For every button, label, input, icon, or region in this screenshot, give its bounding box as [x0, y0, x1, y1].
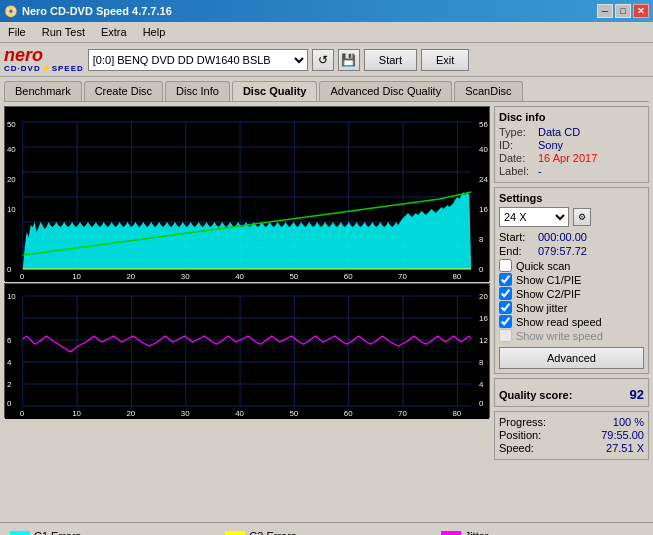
quality-score-row: Quality score: 92	[499, 387, 644, 402]
svg-text:40: 40	[235, 409, 244, 418]
svg-text:0: 0	[7, 399, 12, 408]
svg-text:20: 20	[126, 272, 135, 281]
tab-disc-quality[interactable]: Disc Quality	[232, 81, 318, 101]
tab-scan-disc[interactable]: ScanDisc	[454, 81, 522, 101]
svg-text:0: 0	[7, 265, 12, 274]
svg-text:70: 70	[398, 272, 407, 281]
main-content: 56 40 24 16 8 0 50 40 20 10 0	[0, 102, 653, 522]
svg-text:80: 80	[452, 409, 461, 418]
svg-text:30: 30	[181, 409, 190, 418]
title-bar-buttons: ─ □ ✕	[597, 4, 649, 18]
svg-text:40: 40	[479, 145, 488, 154]
svg-text:0: 0	[479, 265, 484, 274]
jitter-legend: Jitter	[441, 530, 643, 535]
svg-text:10: 10	[72, 409, 81, 418]
svg-text:20: 20	[7, 175, 16, 184]
svg-text:16: 16	[479, 314, 488, 323]
disc-date-row: Date: 16 Apr 2017	[499, 152, 644, 164]
tab-benchmark[interactable]: Benchmark	[4, 81, 82, 101]
svg-text:10: 10	[7, 292, 16, 301]
show-c2-checkbox[interactable]	[499, 287, 512, 300]
c2-stat-group: C2 Errors Average: 0.00 Maximum: 0 Total…	[219, 527, 434, 535]
svg-text:40: 40	[7, 145, 16, 154]
c1-legend-color	[10, 531, 30, 535]
show-c1-row: Show C1/PIE	[499, 273, 644, 286]
charts-area: 56 40 24 16 8 0 50 40 20 10 0	[4, 106, 490, 518]
svg-text:16: 16	[479, 205, 488, 214]
disc-type-row: Type: Data CD	[499, 126, 644, 138]
svg-text:50: 50	[289, 409, 298, 418]
menu-extra[interactable]: Extra	[93, 24, 135, 40]
tabs: Benchmark Create Disc Disc Info Disc Qua…	[0, 77, 653, 101]
quality-score-box: Quality score: 92	[494, 378, 649, 407]
tab-advanced-disc-quality[interactable]: Advanced Disc Quality	[319, 81, 452, 101]
close-button[interactable]: ✕	[633, 4, 649, 18]
bottom-chart-svg: 20 16 12 8 4 0 10 6 4 2 0	[5, 284, 489, 419]
maximize-button[interactable]: □	[615, 4, 631, 18]
save-button[interactable]: 💾	[338, 49, 360, 71]
show-write-speed-row: Show write speed	[499, 329, 644, 342]
menu-file[interactable]: File	[0, 24, 34, 40]
show-read-speed-checkbox[interactable]	[499, 315, 512, 328]
svg-text:20: 20	[479, 292, 488, 301]
svg-text:2: 2	[7, 380, 12, 389]
jitter-legend-color	[441, 531, 461, 535]
quick-scan-row: Quick scan	[499, 259, 644, 272]
svg-text:60: 60	[344, 272, 353, 281]
top-chart-svg: 56 40 24 16 8 0 50 40 20 10 0	[5, 107, 489, 282]
menu-help[interactable]: Help	[135, 24, 174, 40]
settings-box: Settings 24 X Max 4 X 8 X 16 X 32 X ⚙ St…	[494, 187, 649, 374]
disc-info-box: Disc info Type: Data CD ID: Sony Date: 1…	[494, 106, 649, 183]
speed-row: Speed: 27.51 X	[499, 442, 644, 454]
logo: nero CD·DVD⚡SPEED	[4, 46, 84, 73]
menu-bar: File Run Test Extra Help	[0, 22, 653, 43]
tab-disc-info[interactable]: Disc Info	[165, 81, 230, 101]
svg-text:56: 56	[479, 120, 488, 129]
svg-text:60: 60	[344, 409, 353, 418]
drive-select[interactable]: [0:0] BENQ DVD DD DW1640 BSLB	[88, 49, 308, 71]
quick-scan-checkbox[interactable]	[499, 259, 512, 272]
speed-row: 24 X Max 4 X 8 X 16 X 32 X ⚙	[499, 207, 644, 227]
speed-select[interactable]: 24 X Max 4 X 8 X 16 X 32 X	[499, 207, 569, 227]
progress-box: Progress: 100 % Position: 79:55.00 Speed…	[494, 411, 649, 460]
c1-legend: C1 Errors	[10, 530, 212, 535]
exit-button[interactable]: Exit	[421, 49, 469, 71]
show-jitter-row: Show jitter	[499, 301, 644, 314]
jitter-stat-group: Jitter Average: 12.79 % Maximum: 17.0 %	[435, 527, 649, 535]
minimize-button[interactable]: ─	[597, 4, 613, 18]
svg-text:4: 4	[7, 358, 12, 367]
end-time-row: End: 079:57.72	[499, 245, 644, 257]
disc-id-row: ID: Sony	[499, 139, 644, 151]
title-bar: 📀 Nero CD-DVD Speed 4.7.7.16 ─ □ ✕	[0, 0, 653, 22]
advanced-button[interactable]: Advanced	[499, 347, 644, 369]
c2-legend-color	[225, 531, 245, 535]
svg-text:30: 30	[181, 272, 190, 281]
right-panel: Disc info Type: Data CD ID: Sony Date: 1…	[494, 106, 649, 518]
refresh-button[interactable]: ↺	[312, 49, 334, 71]
title-bar-title: 📀 Nero CD-DVD Speed 4.7.7.16	[4, 5, 172, 18]
toolbar: nero CD·DVD⚡SPEED [0:0] BENQ DVD DD DW16…	[0, 43, 653, 77]
svg-text:8: 8	[479, 235, 484, 244]
svg-text:0: 0	[20, 272, 25, 281]
settings-title: Settings	[499, 192, 644, 204]
disc-info-title: Disc info	[499, 111, 644, 123]
start-button[interactable]: Start	[364, 49, 417, 71]
stats-area: C1 Errors Average: 5.18 Maximum: 47 Tota…	[0, 522, 653, 535]
menu-run-test[interactable]: Run Test	[34, 24, 93, 40]
svg-text:0: 0	[20, 409, 25, 418]
show-jitter-checkbox[interactable]	[499, 301, 512, 314]
show-write-speed-checkbox[interactable]	[499, 329, 512, 342]
svg-text:50: 50	[7, 120, 16, 129]
svg-text:10: 10	[7, 205, 16, 214]
show-c1-checkbox[interactable]	[499, 273, 512, 286]
svg-text:0: 0	[479, 399, 484, 408]
top-chart: 56 40 24 16 8 0 50 40 20 10 0	[4, 106, 490, 281]
tab-create-disc[interactable]: Create Disc	[84, 81, 163, 101]
show-c2-row: Show C2/PIF	[499, 287, 644, 300]
svg-text:4: 4	[479, 380, 484, 389]
svg-text:10: 10	[72, 272, 81, 281]
svg-text:12: 12	[479, 336, 488, 345]
bottom-chart: 20 16 12 8 4 0 10 6 4 2 0	[4, 283, 490, 418]
speed-settings-button[interactable]: ⚙	[573, 208, 591, 226]
show-read-speed-row: Show read speed	[499, 315, 644, 328]
